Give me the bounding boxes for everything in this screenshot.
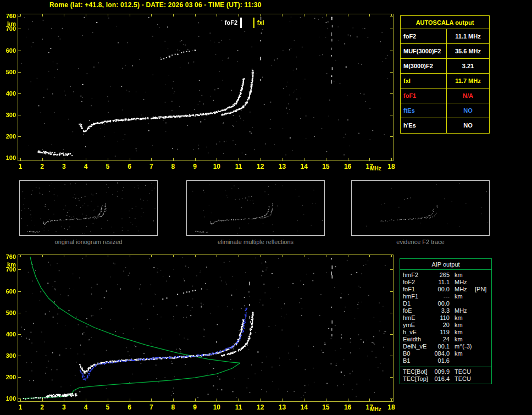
aip-row-tec-top-: TEC[Top]016.4TECU	[400, 375, 491, 383]
x-axis-unit-label: MHz	[370, 406, 381, 412]
y-axis-tick-label: 400	[0, 331, 16, 337]
aip-unit: km	[450, 293, 475, 300]
ionogram-canvas-bottom	[18, 254, 394, 402]
x-axis-tick-label: 2	[37, 163, 48, 170]
autoscala-row-fof2: foF2 11.1 MHz	[401, 29, 489, 44]
aip-value: ---	[431, 293, 450, 300]
thumbnail-caption-f2trace: evidence F2 trace	[351, 239, 490, 245]
x-axis-tick-label: 8	[168, 163, 179, 170]
x-axis-tick-label: 12	[255, 163, 266, 170]
aip-row-hmf1: hmF1---km	[400, 293, 491, 300]
aip-label: hmF1	[400, 293, 431, 300]
autoscala-label: foF2	[401, 29, 447, 43]
aip-value: 3.3	[431, 307, 450, 314]
autoscala-value: NO	[447, 103, 489, 118]
x-axis-unit-label: MHz	[370, 165, 381, 171]
aip-row-fof1: foF100.0MHz[PN]	[400, 286, 491, 293]
y-axis-unit-label: km	[0, 20, 16, 27]
aip-row-foe: foE3.3MHz	[400, 307, 491, 314]
aip-row-ewidth: Ewidth24km	[400, 336, 491, 343]
thumbnail-multiple-reflections-removed	[186, 180, 325, 236]
autoscala-value: N/A	[447, 88, 489, 103]
aip-row-h-ve: h_vE119km	[400, 329, 491, 336]
aip-value: 119	[431, 329, 450, 336]
x-axis-tick-label: 6	[124, 163, 135, 170]
x-axis-tick-label: 7	[146, 403, 157, 411]
autoscala-row-fxi: fxI 11.7 MHz	[401, 74, 489, 88]
aip-row-d1: D100.0	[400, 300, 491, 307]
x-axis-tick-label: 5	[102, 163, 113, 170]
aip-value: 01.6	[431, 357, 450, 364]
aip-unit: TECU	[450, 368, 475, 375]
x-axis-tick-label: 11	[233, 163, 244, 170]
autoscala-label: M(3000)F2	[401, 59, 447, 73]
autoscala-output-table: AUTOSCALA output foF2 11.1 MHz MUF(3000)…	[400, 15, 490, 134]
ionogram-plot-bottom	[18, 254, 394, 402]
aip-label: foE	[400, 307, 431, 314]
aip-row-tec-bot-: TEC[Bot]009.9TECU	[400, 368, 491, 375]
aip-unit: km	[450, 329, 475, 336]
aip-value: 016.4	[431, 375, 450, 383]
y-axis-tick-label: 300	[0, 352, 16, 359]
y-axis-tick-label: 760	[0, 13, 16, 19]
x-axis-tick-label: 9	[190, 403, 201, 411]
aip-label: hmF2	[400, 272, 431, 279]
aip-value: 00.0	[431, 286, 450, 293]
autoscala-row-hes: h'Es NO	[401, 118, 489, 133]
aip-unit: m^(-3)	[450, 343, 475, 350]
x-axis-tick-label: 18	[386, 163, 397, 170]
x-axis-tick-label: 11	[233, 403, 244, 411]
aip-unit: MHz	[450, 279, 475, 286]
autoscala-table-header: AUTOSCALA output	[401, 16, 489, 29]
fxi-marker-line	[253, 18, 254, 28]
aip-label: hmE	[400, 314, 431, 322]
x-axis-tick-label: 7	[146, 163, 157, 170]
aip-label: TEC[Top]	[400, 375, 431, 383]
fxi-marker-label: fxI	[257, 19, 264, 26]
aip-value: 11.1	[431, 279, 450, 286]
aip-label: B0	[400, 350, 431, 357]
aip-unit: km	[450, 272, 475, 279]
aip-label: B1	[400, 357, 431, 364]
y-axis-tick-label: 300	[0, 112, 16, 118]
x-axis-tick-label: 15	[320, 163, 331, 170]
x-axis-tick-label: 1	[15, 163, 26, 170]
aip-tec-section: TEC[Bot]009.9TECUTEC[Top]016.4TECU	[400, 367, 491, 384]
aip-label: h_vE	[400, 329, 431, 336]
thumbnail-f2-trace-evidence	[351, 180, 490, 236]
thumbnail-caption-reflections: eliminate multiple reflections	[186, 239, 325, 245]
x-axis-tick-label: 18	[386, 403, 397, 411]
x-axis-tick-label: 6	[124, 403, 135, 411]
y-axis-tick-label: 200	[0, 133, 16, 140]
autoscala-label: h'Es	[401, 118, 447, 133]
aip-unit: km	[450, 350, 475, 357]
x-axis-tick-label: 14	[298, 403, 309, 411]
aip-unit	[450, 300, 475, 307]
autoscala-row-m3000f2: M(3000)F2 3.21	[401, 59, 489, 74]
autoscala-label: fxI	[401, 74, 447, 88]
x-axis-tick-label: 4	[80, 163, 91, 170]
aip-value: 009.9	[431, 368, 450, 375]
aip-label: ymE	[400, 322, 431, 329]
x-axis-tick-label: 9	[190, 163, 201, 170]
aip-row-b1: B101.6	[400, 357, 491, 364]
aip-unit: MHz	[450, 307, 475, 314]
ionogram-canvas-top	[18, 14, 394, 161]
aip-value: 084.0	[431, 350, 450, 357]
aip-label: foF2	[400, 279, 431, 286]
autoscala-label: foF1	[401, 88, 447, 103]
aip-row-deln-ve: DelN_vE00.1m^(-3)	[400, 343, 491, 350]
x-axis-tick-label: 14	[298, 163, 309, 170]
x-axis-tick-label: 10	[211, 163, 222, 170]
aip-row-hmf2: hmF2265km	[400, 272, 491, 279]
autoscala-row-muf3000f2: MUF(3000)F2 35.6 MHz	[401, 44, 489, 59]
autoscala-value: 35.6 MHz	[447, 44, 489, 58]
y-axis-tick-label: 500	[0, 69, 16, 75]
station-date-time-title: Rome (lat: +41.8, lon: 012.5) - DATE: 20…	[49, 1, 262, 9]
aip-unit: MHz	[450, 286, 475, 293]
aip-unit: km	[450, 314, 475, 322]
aip-table-body: hmF2265kmfoF211.1MHzfoF100.0MHz[PN]hmF1-…	[400, 270, 491, 366]
aip-value: 00.1	[431, 343, 450, 350]
aip-label: Ewidth	[400, 336, 431, 343]
autoscala-value: 11.1 MHz	[447, 29, 489, 43]
